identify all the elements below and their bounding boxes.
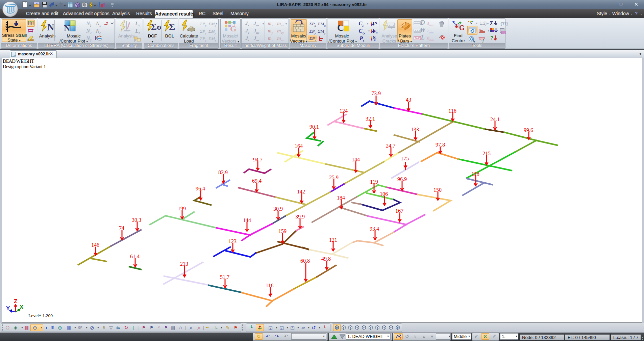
svg-text:?: ?	[490, 35, 493, 41]
svg-text:184: 184	[337, 195, 345, 201]
svg-text:144: 144	[352, 157, 360, 162]
svg-text:49.8: 49.8	[321, 256, 331, 262]
svg-text:106: 106	[380, 191, 388, 197]
svg-text:118: 118	[471, 171, 479, 177]
svg-text:Y: Y	[6, 305, 10, 312]
svg-text:60.8: 60.8	[300, 258, 310, 264]
svg-text:C: C	[337, 22, 344, 32]
svg-text:69.4: 69.4	[252, 178, 262, 184]
svg-text:215: 215	[482, 151, 491, 156]
svg-text:24.7: 24.7	[386, 143, 395, 149]
svg-text:d: d	[376, 31, 377, 34]
svg-text:93.4: 93.4	[370, 226, 379, 232]
svg-text:96.4: 96.4	[196, 186, 205, 191]
svg-text:119: 119	[370, 179, 378, 185]
svg-text:97.8: 97.8	[436, 142, 445, 148]
svg-text:61.4: 61.4	[130, 254, 140, 259]
svg-text:24.1: 24.1	[490, 116, 500, 122]
svg-text:25.9: 25.9	[329, 175, 339, 180]
svg-text:39.9: 39.9	[295, 214, 305, 219]
svg-text:30.9: 30.9	[273, 206, 283, 212]
svg-text:73.9: 73.9	[371, 90, 381, 96]
svg-text:μ: μ	[134, 38, 136, 42]
svg-text:20: 20	[13, 54, 16, 57]
svg-text:N: N	[374, 21, 377, 25]
svg-text:94.7: 94.7	[253, 157, 263, 162]
svg-text:123: 123	[228, 238, 237, 244]
svg-text:Design option:Variant 1: Design option:Variant 1	[3, 64, 46, 69]
svg-text:DEAD WEIGHT: DEAD WEIGHT	[3, 58, 34, 64]
svg-text:150: 150	[434, 187, 442, 193]
svg-text:146: 146	[91, 242, 99, 248]
svg-text:Σ: Σ	[490, 21, 493, 26]
svg-text:51.7: 51.7	[220, 274, 229, 280]
svg-text:30.3: 30.3	[132, 217, 141, 223]
svg-text:175: 175	[401, 156, 409, 161]
svg-text:144: 144	[243, 217, 251, 223]
svg-text:82.9: 82.9	[218, 169, 228, 175]
svg-text:164: 164	[295, 143, 303, 149]
svg-text:118: 118	[266, 283, 273, 288]
svg-text:F: F	[374, 39, 376, 41]
svg-text:N: N	[64, 23, 70, 32]
svg-text:74: 74	[119, 225, 124, 231]
svg-text:121: 121	[329, 237, 337, 243]
svg-text:32.1: 32.1	[366, 116, 375, 122]
svg-text:90.1: 90.1	[309, 124, 319, 130]
svg-text:Z: Z	[14, 298, 17, 305]
svg-text:Σ: Σ	[169, 22, 175, 32]
svg-text:X: X	[20, 304, 24, 310]
svg-text:N: N	[47, 21, 54, 32]
svg-text:116: 116	[448, 108, 456, 114]
svg-text:96.9: 96.9	[397, 176, 407, 182]
svg-text:99.6: 99.6	[524, 127, 533, 133]
svg-text:Level+ 1.200: Level+ 1.200	[28, 313, 53, 318]
svg-text:159: 159	[278, 228, 287, 234]
svg-text:124: 124	[340, 108, 348, 114]
svg-text:167: 167	[395, 208, 403, 214]
svg-text:G: G	[459, 24, 465, 31]
svg-text:G: G	[230, 24, 237, 32]
svg-text:213: 213	[180, 261, 188, 267]
svg-text:199: 199	[178, 206, 186, 211]
svg-text:133: 133	[411, 127, 419, 132]
svg-text:Σσ: Σσ	[151, 22, 161, 32]
svg-text:43: 43	[406, 97, 411, 103]
svg-text:142: 142	[297, 189, 305, 194]
